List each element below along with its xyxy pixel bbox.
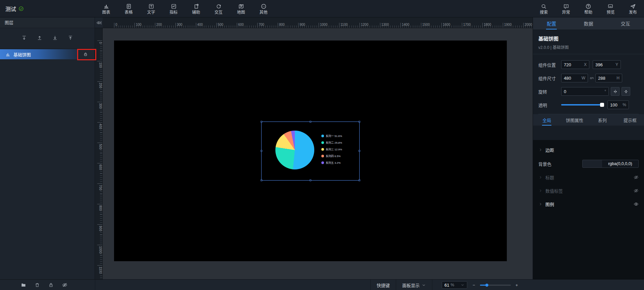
move-down-button[interactable] xyxy=(51,34,59,43)
ruler-tick-label: 400 xyxy=(97,122,102,129)
ruler-corner-toggle[interactable] xyxy=(95,17,103,28)
ruler-ticks xyxy=(100,41,102,279)
eye-off-icon[interactable] xyxy=(634,175,639,180)
section-row[interactable]: 数值标签 xyxy=(538,185,639,196)
dashboard-screen[interactable]: 系列一 51.6%系列二 25.8%系列三 12.9%系列四 6.5%系列五 3… xyxy=(114,41,507,261)
size-h-field[interactable]: H xyxy=(595,74,622,82)
ruler-tick-label: 600 xyxy=(97,163,102,170)
section-row[interactable]: 图例 xyxy=(538,198,639,210)
config-panel: 配置数据交互 基础饼图 v2.0.0 | 基础饼图 组件位置 X Y 组件尺寸 xyxy=(533,17,644,279)
flip-horizontal-button[interactable] xyxy=(611,87,620,96)
rotation-input[interactable] xyxy=(564,89,603,94)
margin-section[interactable]: 边距 xyxy=(538,144,639,155)
divider xyxy=(95,280,95,290)
toolbar-item-interaction[interactable]: 交互 xyxy=(207,0,230,17)
canvas-viewport[interactable]: 系列一 51.6%系列二 25.8%系列三 12.9%系列四 6.5%系列五 3… xyxy=(103,28,533,279)
zoom-out-button[interactable]: − xyxy=(473,283,475,288)
background-label: 背景色 xyxy=(538,161,561,167)
resize-handle-se[interactable] xyxy=(359,179,360,181)
position-x-field[interactable]: X xyxy=(561,60,589,69)
dashboard-editor: 测试 图表表格文字指标辅助交互地图其他 搜索异常帮助预览发布 图层 基础饼图 0… xyxy=(0,0,644,290)
trash-icon[interactable] xyxy=(35,282,40,288)
position-y-field[interactable]: Y xyxy=(593,60,621,69)
ruler-tick-label: 700 xyxy=(257,23,264,28)
legend-label: 系列三 12.9% xyxy=(326,147,342,151)
toolbar-item-bar-chart[interactable]: 图表 xyxy=(95,0,117,17)
selected-component-pie-chart[interactable]: 系列一 51.6%系列二 25.8%系列三 12.9%系列四 6.5%系列五 3… xyxy=(261,122,360,180)
move-up-button[interactable] xyxy=(67,34,74,43)
background-color-value: rgba(0,0,0,0) xyxy=(602,161,638,166)
size-w-field[interactable]: W xyxy=(561,74,588,82)
sub-tab[interactable]: 系列 xyxy=(589,114,616,126)
layer-item[interactable]: 基础饼图 xyxy=(0,49,95,59)
config-tab-inactive[interactable]: 交互 xyxy=(607,17,644,29)
action-search[interactable]: 搜索 xyxy=(533,0,555,17)
action-alert[interactable]: 异常 xyxy=(555,0,577,17)
toolbar-item-indicator[interactable]: 指标 xyxy=(162,0,185,17)
size-h-input[interactable] xyxy=(598,76,615,81)
action-preview[interactable]: 预览 xyxy=(599,0,622,17)
lock-icon[interactable] xyxy=(48,282,54,288)
opacity-slider[interactable] xyxy=(561,100,604,109)
legend-label: 系列一 51.6% xyxy=(326,134,342,138)
ruler-tick-label: 500 xyxy=(216,23,223,28)
zoom-in-button[interactable]: + xyxy=(516,283,518,288)
horizontal-ruler: 0100200300400500600700800900100011001200… xyxy=(103,17,533,28)
toolbar-item-assist[interactable]: 辅助 xyxy=(185,0,207,17)
map-icon xyxy=(238,3,244,9)
component-header: 基础饼图 v2.0.0 | 基础饼图 xyxy=(533,29,644,54)
sub-tab[interactable]: 全局 xyxy=(533,114,561,126)
zoom-select[interactable]: 61 % xyxy=(442,281,467,289)
size-label: 组件尺寸 xyxy=(538,75,561,81)
shortcuts-button[interactable]: 快捷键 xyxy=(370,280,396,290)
eye-off-icon[interactable] xyxy=(634,188,639,193)
config-tab-active[interactable]: 配置 xyxy=(533,17,570,29)
toolbar-item-text[interactable]: 文字 xyxy=(140,0,162,17)
size-w-input[interactable] xyxy=(564,76,580,81)
eye-off-icon[interactable] xyxy=(62,282,67,288)
opacity-input[interactable] xyxy=(610,102,621,107)
config-sub-tabs: 全局饼图属性系列提示框 xyxy=(533,114,644,126)
project-name: 测试 xyxy=(5,5,16,13)
toolbar-item-map[interactable]: 地图 xyxy=(230,0,252,17)
panel-display-button[interactable]: 面板显示 xyxy=(396,280,432,290)
layer-list: 基础饼图 xyxy=(0,49,95,59)
app-header: 测试 图表表格文字指标辅助交互地图其他 搜索异常帮助预览发布 xyxy=(0,0,644,17)
resize-handle-n[interactable] xyxy=(310,121,311,123)
legend-marker xyxy=(321,141,324,144)
layer-lock-button[interactable] xyxy=(77,50,94,59)
rotation-field[interactable]: ° xyxy=(561,87,609,96)
resize-handle-e[interactable] xyxy=(359,150,360,152)
slider-handle[interactable] xyxy=(485,284,488,287)
resize-handle-s[interactable] xyxy=(310,179,311,181)
zoom-unit: % xyxy=(451,283,454,287)
config-tab-inactive[interactable]: 数据 xyxy=(570,17,607,29)
eye-icon[interactable] xyxy=(634,202,639,207)
zoom-slider[interactable] xyxy=(480,280,511,290)
toolbar-item-label: 文字 xyxy=(147,10,155,14)
section-row[interactable]: 标题 xyxy=(538,171,639,183)
link-size-icon[interactable] xyxy=(589,76,595,81)
sub-tab[interactable]: 提示框 xyxy=(616,114,644,126)
resize-handle-sw[interactable] xyxy=(261,179,262,181)
resize-handle-ne[interactable] xyxy=(359,121,360,123)
position-x-input[interactable] xyxy=(564,62,583,67)
bring-to-front-button[interactable] xyxy=(36,34,43,43)
ruler-tick-label: 600 xyxy=(237,23,244,28)
opacity-field[interactable]: % xyxy=(607,100,629,109)
folder-icon[interactable] xyxy=(21,282,26,288)
legend-marker xyxy=(321,135,324,137)
background-color-picker[interactable]: rgba(0,0,0,0) xyxy=(582,160,639,168)
flip-vertical-button[interactable] xyxy=(622,87,630,96)
toolbar-item-table[interactable]: 表格 xyxy=(117,0,140,17)
sub-tab[interactable]: 饼图属性 xyxy=(561,114,589,126)
text-icon xyxy=(148,3,154,9)
resize-handle-w[interactable] xyxy=(261,150,262,152)
position-y-input[interactable] xyxy=(595,62,614,67)
send-to-back-button[interactable] xyxy=(20,34,28,43)
action-help[interactable]: 帮助 xyxy=(577,0,599,17)
toolbar-item-more[interactable]: 其他 xyxy=(252,0,275,17)
resize-handle-nw[interactable] xyxy=(261,121,262,123)
slider-handle[interactable] xyxy=(600,103,604,107)
action-publish[interactable]: 发布 xyxy=(622,0,644,17)
